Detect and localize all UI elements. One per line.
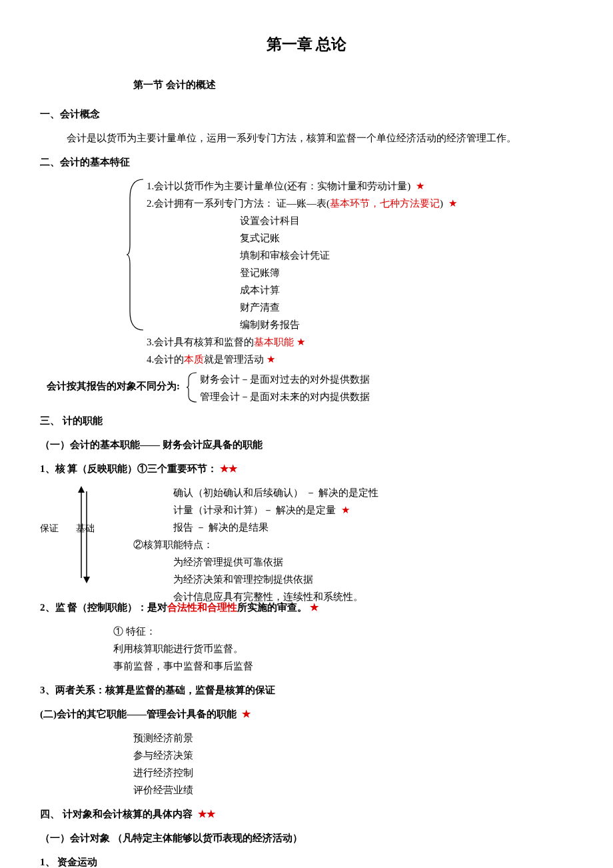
char-3: 事前监督，事中监督和事后监督 — [113, 658, 573, 674]
other-1: 预测经济前景 — [133, 730, 573, 746]
method-6: 财产清查 — [240, 299, 573, 315]
arrow-sub: ②核算职能特点： — [133, 537, 573, 553]
star-icon: ★ — [448, 198, 457, 209]
feature-1: 1.会计以货币作为主要计量单位(还有：实物计量和劳动计量) ★ — [147, 178, 573, 194]
features-brace-group: 1.会计以货币作为主要计量单位(还有：实物计量和劳动计量) ★ 2.会计拥有一系… — [40, 178, 573, 367]
concept-text: 会计是以货币为主要计量单位，运用一系列专门方法，核算和监督一个单位经济活动的经济… — [67, 130, 573, 146]
brace-icon — [187, 371, 199, 403]
other-3: 进行经济控制 — [133, 765, 573, 781]
svg-marker-3 — [83, 577, 90, 583]
star-icon: ★★ — [220, 463, 237, 474]
brace-icon — [127, 178, 147, 331]
star-icon: ★ — [242, 709, 251, 719]
arrow-item-5: 为经济决策和管理控制提供依据 — [173, 571, 573, 587]
method-2: 复式记账 — [240, 230, 573, 246]
arrow-item-3: 报告 － 解决的是结果 — [173, 519, 573, 535]
section-title-1: 第一节 会计的概述 — [133, 77, 573, 93]
arrow-item-6: 会计信息应具有完整性，连续性和系统性。 — [173, 589, 573, 605]
star-icon: ★★ — [198, 809, 215, 819]
arrow-item-4: 为经济管理提供可靠依据 — [173, 554, 573, 570]
char-1: ① 特征： — [113, 623, 573, 639]
heading-4: 四、 计对象和会计核算的具体内容 ★★ — [40, 806, 573, 822]
heading-4-2: 1、 资金运动 — [40, 854, 573, 868]
feature-4: 4.会计的本质就是管理活动★ — [147, 351, 573, 367]
split-brace-group: 会计按其报告的对象不同分为: 财务会计－是面对过去的对外提供数据 管理会计－是面… — [40, 371, 573, 405]
double-arrow-icon — [77, 485, 91, 585]
other-4: 评价经营业绩 — [133, 782, 573, 798]
star-icon: ★ — [416, 181, 424, 191]
method-3: 填制和审核会计凭证 — [240, 247, 573, 263]
star-icon: ★ — [341, 505, 350, 515]
heading-3-1: （一）会计的基本职能—— 财务会计应具备的职能 — [40, 437, 573, 453]
svg-marker-1 — [78, 486, 85, 493]
heading-3: 三、 计的职能 — [40, 413, 573, 429]
method-5: 成本计算 — [240, 282, 573, 298]
split-item-2: 管理会计－是面对未来的对内提供数据 — [200, 389, 370, 405]
method-1: 设置会计科目 — [240, 213, 573, 229]
heading-2: 二、会计的基本特征 — [40, 154, 573, 170]
char-2: 利用核算职能进行货币监督。 — [113, 641, 573, 657]
feature-3: 3.会计具有核算和监督的基本职能★ — [147, 334, 573, 350]
method-7: 编制财务报告 — [240, 317, 573, 333]
feature-2: 2.会计拥有一系列专门方法： 证—账—表(基本环节，七种方法要记) ★ — [147, 195, 573, 211]
subhead-hs1: 1、核 算（反映职能）①三个重要环节：★★ — [40, 461, 573, 477]
heading-3-2: (二)会计的其它职能——管理会计具备的职能 ★ — [40, 706, 573, 722]
star-icon: ★ — [267, 354, 275, 365]
other-2: 参与经济决策 — [133, 747, 573, 763]
arrow-item-1: 确认（初始确认和后续确认） － 解决的是定性 — [173, 485, 573, 501]
arrow-diagram: 保证 基础 确认（初始确认和后续确认） － 解决的是定性 计量（计录和计算）－ … — [40, 485, 573, 591]
split-label: 会计按其报告的对象不同分为: — [47, 378, 180, 394]
method-4: 登记账簿 — [240, 265, 573, 281]
heading-1: 一、会计概念 — [40, 106, 573, 122]
arrow-item-2: 计量（计录和计算）－ 解决的是定量 ★ — [173, 502, 573, 518]
subhead-hs3: 3、两者关系：核算是监督的基础，监督是核算的保证 — [40, 682, 573, 698]
label-baozheng: 保证 — [40, 521, 59, 536]
chapter-title: 第一章 总论 — [40, 33, 573, 57]
heading-4-1: （一）会计对象 （凡特定主体能够以货币表现的经济活动） — [40, 830, 573, 846]
star-icon: ★ — [297, 337, 305, 347]
split-item-1: 财务会计－是面对过去的对外提供数据 — [200, 371, 370, 387]
